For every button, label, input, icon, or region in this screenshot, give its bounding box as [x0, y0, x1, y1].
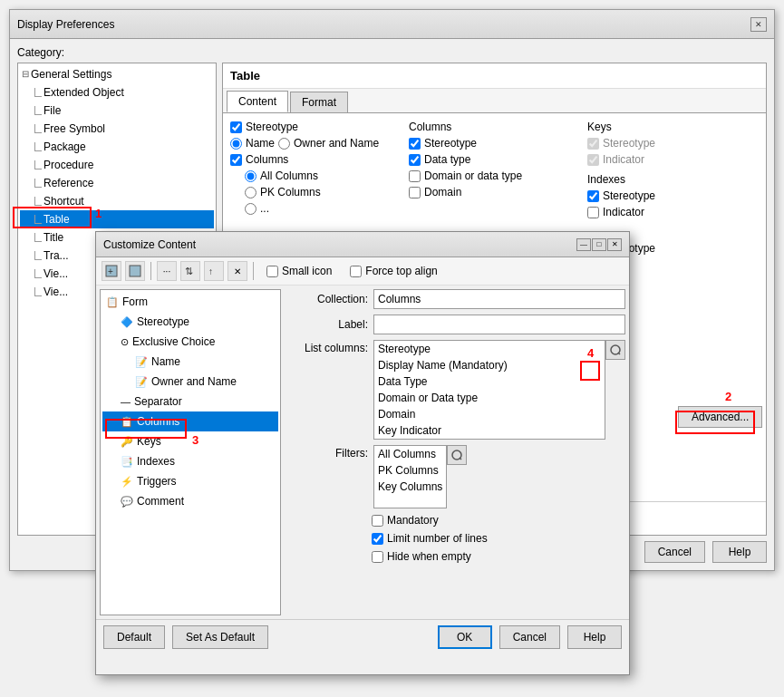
label-input[interactable]: [373, 315, 625, 334]
close-button[interactable]: ✕: [750, 17, 767, 32]
advanced-button[interactable]: Advanced...: [678, 406, 762, 428]
idx-stereo-checkbox[interactable]: [587, 190, 599, 202]
dialog-footer: Default Set As Default OK Cancel Help: [96, 619, 629, 654]
list-item-data-type[interactable]: Data Type: [374, 373, 605, 390]
filter-pk-cols[interactable]: PK Columns: [374, 462, 446, 479]
list-item-stereotype[interactable]: Stereotype: [374, 341, 605, 357]
col-stereo-checkbox[interactable]: [409, 138, 421, 150]
filters-btn[interactable]: [447, 445, 467, 465]
columns-checkbox[interactable]: [230, 154, 242, 166]
toolbar-icon-move[interactable]: ⇅: [180, 261, 200, 281]
limit-lines-label: Limit number of lines: [387, 532, 488, 545]
filters-container: All Columns PK Columns Key Columns: [373, 445, 625, 508]
tree-item-label: Free Symbol: [44, 121, 105, 137]
dtree-excl-label: Exclusive Choice: [132, 334, 215, 350]
dtree-indexes[interactable]: 📑 Indexes: [102, 451, 278, 471]
stereotype-checkbox[interactable]: [230, 121, 242, 133]
idx-indicator-checkbox[interactable]: [587, 207, 599, 218]
tree-connector: [34, 233, 42, 242]
list-item-domain[interactable]: Domain: [374, 406, 605, 422]
mandatory-row: Mandatory: [286, 514, 625, 527]
tree-item-file[interactable]: File: [20, 102, 214, 120]
dtree-stereotype[interactable]: 🔷 Stereotype: [102, 312, 278, 332]
dtree-owner-name[interactable]: 📝 Owner and Name: [102, 372, 278, 392]
customize-dialog: Customize Content — □ ✕ + ··· ⇅ ↑ ✕ S: [95, 231, 630, 675]
filters-list[interactable]: All Columns PK Columns Key Columns: [373, 445, 447, 508]
collection-input[interactable]: [373, 289, 625, 309]
pk-cols-radio[interactable]: [245, 187, 256, 198]
more-label: ...: [260, 202, 269, 215]
force-top-align-checkbox[interactable]: [350, 266, 362, 277]
hide-empty-checkbox[interactable]: [372, 551, 383, 563]
dialog-title-bar: Customize Content — □ ✕: [96, 232, 629, 257]
idx-indicator-label: Indicator: [603, 206, 644, 218]
dtree-triggers[interactable]: ⚡ Triggers: [102, 471, 278, 491]
filter-all-cols[interactable]: All Columns: [374, 446, 446, 462]
toolbar-icon-up[interactable]: ↑: [204, 261, 224, 281]
tree-connector: [34, 251, 42, 260]
all-cols-row: All Columns: [245, 169, 402, 182]
owner-name-radio[interactable]: [278, 138, 290, 150]
idx-indicator-row: Indicator: [587, 206, 759, 218]
indexes-icon: 📑: [121, 453, 133, 470]
tab-content[interactable]: Content: [227, 91, 288, 112]
toolbar-icon-add[interactable]: +: [102, 261, 121, 281]
dialog-minimize-btn[interactable]: —: [576, 238, 591, 251]
filters-label: Filters:: [286, 445, 368, 460]
dtree-columns[interactable]: 📋 Columns: [102, 411, 278, 431]
tree-item-extended-object[interactable]: Extended Object: [20, 83, 214, 102]
dtree-separator[interactable]: — Separator: [102, 392, 278, 411]
mandatory-checkbox[interactable]: [372, 515, 383, 527]
tree-connector: [34, 215, 42, 224]
more-radio[interactable]: [245, 203, 256, 215]
tree-item-package[interactable]: Package: [20, 138, 214, 156]
tree-item-general-settings[interactable]: ⊟ General Settings: [20, 65, 214, 83]
dialog-default-btn[interactable]: Default: [103, 625, 165, 649]
cancel-button[interactable]: Cancel: [644, 541, 705, 563]
all-cols-radio[interactable]: [245, 170, 256, 182]
list-columns-btn[interactable]: [605, 340, 625, 360]
tree-item-table[interactable]: Table: [20, 210, 214, 228]
dialog-help-btn[interactable]: Help: [567, 625, 622, 649]
dialog-ok-btn[interactable]: OK: [438, 625, 492, 649]
tree-item-free-symbol[interactable]: Free Symbol: [20, 120, 214, 138]
list-item-domain-dt[interactable]: Domain or Data type: [374, 390, 605, 406]
tab-format[interactable]: Format: [290, 92, 348, 112]
dialog-maximize-btn[interactable]: □: [592, 238, 606, 251]
dialog-close-btn[interactable]: ✕: [607, 238, 622, 251]
dtree-name[interactable]: 📝 Name: [102, 352, 278, 372]
col-datatype-checkbox[interactable]: [409, 154, 421, 166]
dtree-exclusive-choice[interactable]: ⊙ Exclusive Choice: [102, 332, 278, 352]
dtree-keys[interactable]: 🔑 Keys: [102, 431, 278, 451]
dtree-form[interactable]: 📋 Form: [102, 292, 278, 312]
key-indicator-row: Indicator: [587, 153, 759, 166]
list-item-display-name[interactable]: Display Name (Mandatory): [374, 357, 605, 373]
toolbar-icon-delete[interactable]: ✕: [227, 261, 247, 281]
list-item-key-indicator[interactable]: Key Indicator: [374, 422, 605, 439]
col-domain-checkbox[interactable]: [409, 187, 421, 198]
category-label: Category:: [17, 46, 767, 59]
tree-item-procedure[interactable]: Procedure: [20, 156, 214, 174]
toolbar-icon-edit[interactable]: [125, 261, 145, 281]
dialog-set-default-btn[interactable]: Set As Default: [172, 625, 268, 649]
dialog-cancel-btn[interactable]: Cancel: [499, 625, 560, 649]
tree-item-reference[interactable]: Reference: [20, 174, 214, 192]
key-indicator-label: Indicator: [603, 153, 644, 166]
columns-label: Columns: [246, 153, 288, 166]
small-icon-area: Small icon: [266, 265, 332, 277]
indexes-section: Indexes Stereotype Indicator: [587, 173, 759, 218]
list-columns-list[interactable]: Stereotype Display Name (Mandatory) Data…: [373, 340, 605, 440]
name-radio[interactable]: [230, 138, 242, 150]
tree-item-label: Reference: [44, 175, 93, 191]
small-icon-checkbox[interactable]: [266, 266, 278, 277]
key-stereo-label: Stereotype: [603, 137, 655, 150]
help-button[interactable]: Help: [712, 541, 767, 563]
limit-lines-checkbox[interactable]: [372, 533, 383, 545]
tree-item-shortcut[interactable]: Shortcut: [20, 192, 214, 210]
filter-key-cols[interactable]: Key Columns: [374, 479, 446, 495]
all-cols-label: All Columns: [260, 169, 318, 182]
toolbar-icon-dots[interactable]: ···: [157, 261, 177, 281]
dtree-comment[interactable]: 💬 Comment: [102, 491, 278, 511]
col-domaindt-checkbox[interactable]: [409, 170, 421, 182]
svg-text:⇅: ⇅: [185, 266, 193, 276]
